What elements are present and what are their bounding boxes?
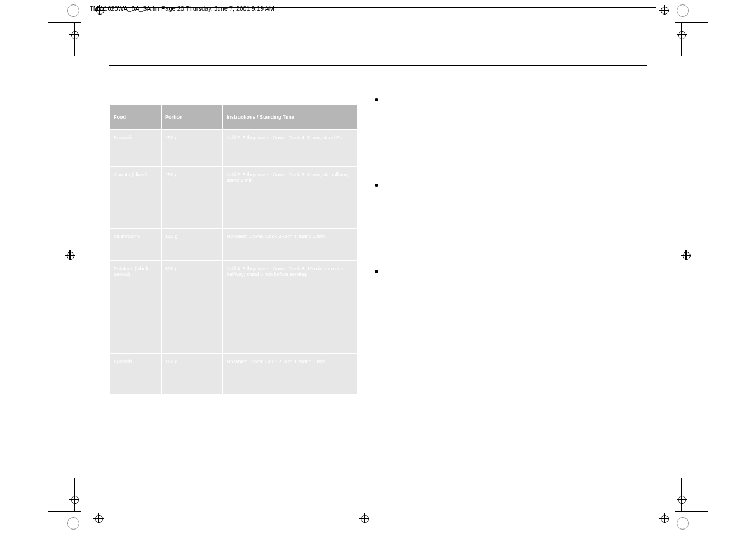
registration-mark-icon <box>361 515 368 522</box>
section-lead: Always check that food is piping hot thr… <box>375 82 621 90</box>
cell-food: Mushrooms <box>110 229 161 260</box>
table-header: Portion <box>162 105 222 129</box>
registration-mark-icon <box>67 252 73 259</box>
cell-instructions: Add 2–3 tbsp water. Cover. Cook 5–6 min,… <box>223 167 357 228</box>
section-baby-food: Reheating Baby Food Remove metal lids; h… <box>375 243 621 284</box>
bullet-icon <box>375 270 378 273</box>
table-row: Broccoli 250 g Add 2–3 tbsp water. Cover… <box>110 130 357 166</box>
crop-mark-icon <box>675 22 708 23</box>
cooking-guide-table: Food Portion Instructions / Standing Tim… <box>109 104 358 395</box>
right-column: Reheating Always check that food is pipi… <box>375 72 621 297</box>
left-column: Cooking Guide — Fresh Vegetables Use the… <box>109 72 358 395</box>
crop-mark-icon <box>48 22 81 23</box>
cell-portion: 250 g <box>162 167 222 228</box>
printers-mark-icon <box>677 4 689 17</box>
cell-portion: 500 g <box>162 261 222 353</box>
cell-instructions: Add 4–5 tbsp water. Cover. Cook 8–10 min… <box>223 261 357 353</box>
section-reheating-liquids: Reheating Liquids Allow a standing time … <box>375 158 621 198</box>
cell-portion: 150 g <box>162 354 222 394</box>
cell-portion: 125 g <box>162 229 222 260</box>
registration-mark-icon <box>683 252 689 259</box>
bullet-icon <box>375 184 378 187</box>
cell-food: Carrots (sliced) <box>110 167 161 228</box>
section-intro: Use the suggested times and power settin… <box>109 82 358 98</box>
cell-food: Potatoes (whole, peeled) <box>110 261 161 353</box>
table-header: Food <box>110 105 161 129</box>
table-row: Potatoes (whole, peeled) 500 g Add 4–5 t… <box>110 261 357 353</box>
section-heading: Reheating Baby Food <box>375 243 621 250</box>
section-heading: Reheating Liquids <box>375 158 621 165</box>
column-divider <box>365 72 365 480</box>
page-rule <box>109 45 647 45</box>
crop-mark-icon <box>675 511 708 512</box>
registration-mark-icon <box>71 31 78 38</box>
framemaker-header: TMW1020WA_BA_SA.fm Page 20 Thursday, Jun… <box>90 5 274 12</box>
section-lead: Remove metal lids; heat in a suitable di… <box>375 254 621 262</box>
bullet-icon <box>375 98 378 101</box>
section-title: Cooking Guide — Fresh Vegetables <box>109 72 358 78</box>
registration-mark-icon <box>661 7 668 13</box>
registration-mark-icon <box>71 496 78 503</box>
table-row: Spinach 150 g No water. Cover. Cook 2–3 … <box>110 354 357 394</box>
bullet-item: Stir well and check the temperature care… <box>375 268 621 284</box>
bullet-text: Stir well and check the temperature care… <box>384 268 621 284</box>
page-rule <box>109 65 647 66</box>
printers-mark-icon <box>677 517 689 530</box>
cell-food: Broccoli <box>110 130 161 166</box>
bullet-item: Spread food in an even layer; cover with… <box>375 96 621 112</box>
cell-instructions: Add 2–3 tbsp water. Cover. Cook 4–5 min;… <box>223 130 357 166</box>
cell-instructions: No water. Cover. Cook 2–3 min; stand 1 m… <box>223 229 357 260</box>
bullet-item: Stir before, during and after heating. T… <box>375 181 621 198</box>
bullet-text: Spread food in an even layer; cover with… <box>384 96 621 112</box>
registration-mark-icon <box>678 496 685 503</box>
cell-portion: 250 g <box>162 130 222 166</box>
section-reheating: Reheating Always check that food is pipi… <box>375 72 621 112</box>
section-heading: Reheating <box>375 72 621 78</box>
registration-mark-icon <box>678 31 685 38</box>
cell-food: Spinach <box>110 354 161 394</box>
registration-mark-icon <box>661 515 668 522</box>
printers-mark-icon <box>67 517 79 530</box>
crop-mark-icon <box>330 518 397 518</box>
table-row: Mushrooms 125 g No water. Cover. Cook 2–… <box>110 229 357 260</box>
cell-instructions: No water. Cover. Cook 2–3 min; stand 1 m… <box>223 354 357 394</box>
bullet-text: Stir before, during and after heating. T… <box>384 181 621 198</box>
registration-mark-icon <box>95 515 102 522</box>
printers-mark-icon <box>67 4 79 17</box>
crop-mark-icon <box>48 511 81 512</box>
section-lead: Allow a standing time of at least 20 sec… <box>375 168 621 176</box>
table-header: Instructions / Standing Time <box>223 105 357 129</box>
page-number: 20 <box>109 53 116 60</box>
table-row: Carrots (sliced) 250 g Add 2–3 tbsp wate… <box>110 167 357 228</box>
